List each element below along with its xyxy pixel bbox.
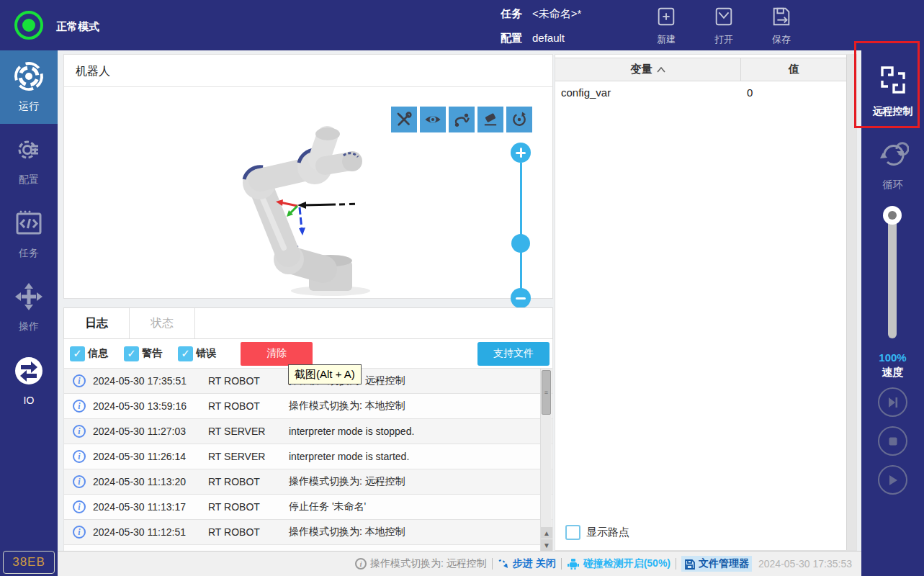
filter-warning-label: 警告 <box>142 347 162 360</box>
loop-button[interactable]: 循环 <box>861 138 924 192</box>
log-row[interactable]: i 2024-05-30 11:26:14 RT SERVER interpre… <box>64 444 552 469</box>
sidebar-item-config[interactable]: 配置 <box>0 124 58 197</box>
stop-button[interactable] <box>878 426 907 456</box>
loop-label: 循环 <box>883 179 903 192</box>
skip-to-end-button[interactable] <box>878 387 907 417</box>
zoom-slider-knob[interactable] <box>511 234 530 253</box>
collision-detection-toggle[interactable]: 碰撞检测开启(50%) <box>567 557 670 570</box>
log-source: RT ROBOT <box>208 375 289 387</box>
file-manager-label: 文件管理器 <box>699 557 749 570</box>
sidebar-item-io-label: IO <box>24 395 35 406</box>
robot-status-indicator <box>14 11 43 40</box>
log-time: 2024-05-30 11:12:51 <box>93 526 208 538</box>
log-scrollbar-thumb[interactable]: ≡ <box>542 370 551 415</box>
variable-name: config_var <box>555 86 741 99</box>
play-button[interactable] <box>878 465 907 495</box>
filter-warning-checkbox[interactable] <box>124 346 139 361</box>
speed-percentage: 100% <box>861 351 924 364</box>
top-bar: 正常模式 任务<未命名>* 配置default 新建 打开 保存 <box>0 0 924 50</box>
log-row[interactable]: i 2024-05-30 11:12:21 RT ROBOT 操作模式切换为: … <box>64 545 552 551</box>
speed-slider-track[interactable] <box>888 207 897 338</box>
scroll-down-icon[interactable]: ▼ <box>541 539 552 551</box>
scroll-up-icon[interactable]: ▲ <box>541 527 552 539</box>
filter-error-checkbox[interactable] <box>178 346 193 361</box>
file-manager-icon <box>684 559 695 570</box>
log-row[interactable]: i 2024-05-30 11:27:03 RT SERVER interpre… <box>64 419 552 444</box>
sidebar-item-task[interactable]: 任务 <box>0 197 58 271</box>
log-message: interpreter mode is stopped. <box>289 426 552 437</box>
open-task-button[interactable]: 打开 <box>695 6 753 46</box>
remote-control-button[interactable]: 远程控制 <box>861 63 924 118</box>
stop-icon <box>886 434 900 449</box>
sidebar-item-operate[interactable]: 操作 <box>0 271 58 344</box>
topbar-actions: 新建 打开 保存 <box>637 6 810 46</box>
task-value: <未命名>* <box>532 7 581 19</box>
variable-column-header[interactable]: 变量 <box>555 58 741 81</box>
tab-status[interactable]: 状态 <box>130 308 195 338</box>
task-code-icon <box>14 208 44 241</box>
info-icon: i <box>73 475 86 488</box>
clear-log-button[interactable]: 清除 <box>241 342 313 366</box>
log-status-tabs: 日志 状态 <box>63 307 553 339</box>
config-label: 配置 <box>501 32 522 44</box>
sidebar-item-operate-label: 操作 <box>19 320 39 333</box>
status-green-dot <box>22 19 35 32</box>
mode-label: 正常模式 <box>56 20 99 34</box>
sidebar-item-run-label: 运行 <box>19 100 39 113</box>
new-task-label: 新建 <box>657 33 676 46</box>
filter-info-checkbox[interactable] <box>70 346 85 361</box>
sidebar-item-io[interactable]: IO <box>0 344 58 418</box>
variable-row[interactable]: config_var 0 <box>555 81 847 103</box>
settings-gear-icon <box>14 135 44 168</box>
divider <box>676 558 676 570</box>
log-row[interactable]: i 2024-05-30 11:13:17 RT ROBOT 停止任务 '未命名… <box>64 495 552 520</box>
collision-detection-label: 碰撞检测开启(50%) <box>583 557 670 570</box>
info-icon: i <box>73 425 86 438</box>
rotate-icon[interactable] <box>506 107 532 132</box>
step-mode-toggle[interactable]: 步进 关闭 <box>498 557 556 570</box>
skip-to-end-icon <box>886 395 900 410</box>
eraser-icon[interactable] <box>477 107 503 132</box>
task-label: 任务 <box>501 7 522 19</box>
new-task-button[interactable]: 新建 <box>637 6 695 46</box>
file-manager-button[interactable]: 文件管理器 <box>681 556 752 572</box>
save-task-icon <box>771 6 792 30</box>
run-target-icon <box>14 61 44 94</box>
status-message: i 操作模式切换为: 远程控制 <box>355 557 487 570</box>
eye-icon[interactable] <box>420 107 446 132</box>
show-waypoints-control: 显示路点 <box>565 525 629 540</box>
zoom-slider-track[interactable] <box>520 163 522 289</box>
step-mode-label: 步进 关闭 <box>513 557 556 570</box>
save-task-button[interactable]: 保存 <box>753 6 810 46</box>
log-scrollbar[interactable]: ≡ ▲ ▼ <box>540 369 552 551</box>
filter-info-label: 信息 <box>88 347 108 360</box>
info-icon: i <box>73 400 86 413</box>
sidebar-item-run[interactable]: 运行 <box>0 50 58 124</box>
robot-3d-view[interactable] <box>217 118 418 297</box>
tools-icon[interactable] <box>391 107 417 132</box>
collision-robot-icon <box>567 558 580 570</box>
log-message: 操作模式切换为: 本地控制 <box>289 400 552 413</box>
show-waypoints-checkbox[interactable] <box>565 525 580 540</box>
sidebar-item-task-label: 任务 <box>19 247 39 260</box>
show-waypoints-label: 显示路点 <box>586 526 629 539</box>
variables-table-header: 变量 值 <box>555 58 847 81</box>
info-icon: i <box>355 558 367 570</box>
speed-slider-knob[interactable] <box>883 206 902 225</box>
open-task-icon <box>713 6 735 30</box>
log-row[interactable]: i 2024-05-30 13:59:16 RT ROBOT 操作模式切换为: … <box>64 394 552 419</box>
support-files-button[interactable]: 支持文件 <box>477 342 550 366</box>
io-swap-icon <box>14 356 44 389</box>
log-time: 2024-05-30 11:26:14 <box>93 451 208 462</box>
value-column-header[interactable]: 值 <box>741 58 847 81</box>
zoom-out-icon[interactable] <box>511 288 531 308</box>
log-row[interactable]: i 2024-05-30 11:13:20 RT ROBOT 操作模式切换为: … <box>64 469 552 495</box>
variables-scrollbar[interactable] <box>846 55 856 550</box>
log-source: RT SERVER <box>208 451 289 462</box>
screenshot-tooltip: 截图(Alt + A) <box>288 364 362 384</box>
log-row[interactable]: i 2024-05-30 11:12:51 RT ROBOT 操作模式切换为: … <box>64 520 552 545</box>
path-icon[interactable] <box>449 107 475 132</box>
tab-log[interactable]: 日志 <box>64 308 130 338</box>
zoom-in-icon[interactable] <box>511 143 531 163</box>
device-code-badge[interactable]: 38EB <box>3 551 55 574</box>
